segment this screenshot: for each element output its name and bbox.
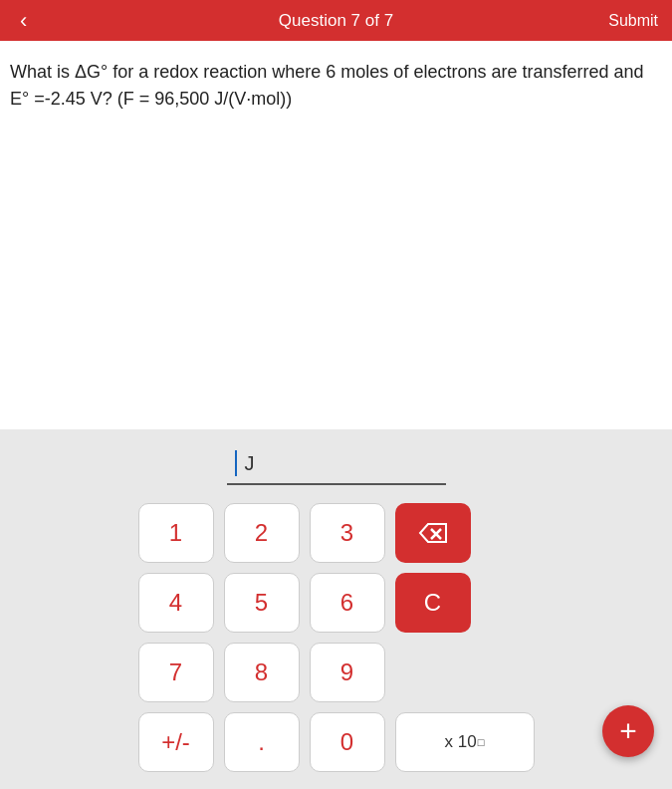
- key-decimal[interactable]: .: [224, 712, 300, 772]
- key-7[interactable]: 7: [138, 643, 214, 702]
- key-8[interactable]: 8: [224, 643, 300, 702]
- calc-display-wrapper: J: [227, 447, 446, 485]
- fab-plus-button[interactable]: +: [602, 705, 654, 757]
- calc-display: J: [227, 447, 446, 485]
- calculator-area: J 1 2 3 4 5 6 C 7 8 9 +/- . 0 x 10□: [0, 429, 672, 789]
- backspace-button[interactable]: [395, 503, 471, 563]
- question-progress: Question 7 of 7: [279, 11, 393, 31]
- backspace-icon: [418, 522, 448, 544]
- key-2[interactable]: 2: [224, 503, 300, 563]
- submit-button[interactable]: Submit: [608, 12, 658, 30]
- key-3[interactable]: 3: [310, 503, 385, 563]
- header: ‹ Question 7 of 7 Submit: [0, 0, 672, 41]
- calc-unit: J: [245, 452, 255, 475]
- clear-button[interactable]: C: [395, 573, 471, 633]
- question-text: What is ΔG° for a redox reaction where 6…: [10, 59, 662, 113]
- svg-marker-0: [420, 524, 446, 542]
- key-x10[interactable]: x 10□: [395, 712, 535, 772]
- keypad: 1 2 3 4 5 6 C 7 8 9 +/- . 0 x 10□: [128, 503, 545, 772]
- key-plusminus[interactable]: +/-: [138, 712, 214, 772]
- question-area: What is ΔG° for a redox reaction where 6…: [0, 41, 672, 429]
- calc-cursor: [235, 450, 237, 476]
- key-6[interactable]: 6: [310, 573, 385, 633]
- key-1[interactable]: 1: [138, 503, 214, 563]
- back-button[interactable]: ‹: [14, 8, 33, 34]
- key-5[interactable]: 5: [224, 573, 300, 633]
- key-0[interactable]: 0: [310, 712, 385, 772]
- x10-superscript: □: [478, 736, 485, 748]
- key-4[interactable]: 4: [138, 573, 214, 633]
- plus-icon: +: [619, 714, 637, 748]
- key-9[interactable]: 9: [310, 643, 385, 702]
